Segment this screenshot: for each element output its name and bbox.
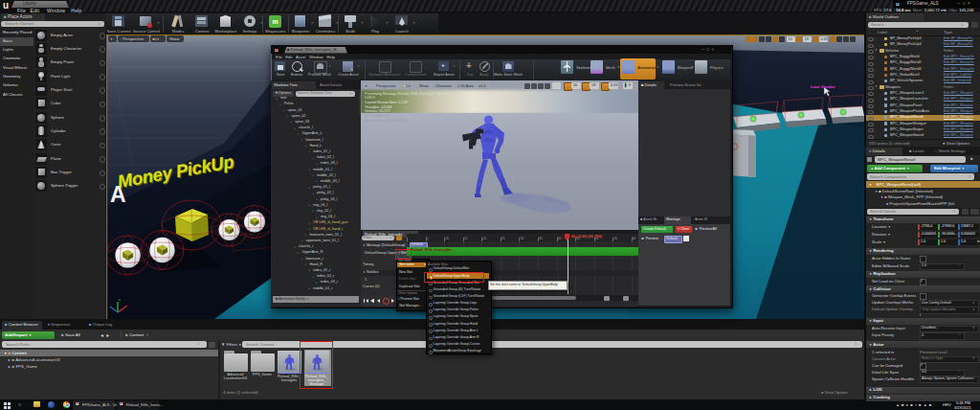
svg-text:A: A [110,182,126,207]
svg-text:Loot Vendor: Loot Vendor [811,84,835,89]
svg-text:z: z [119,297,121,302]
